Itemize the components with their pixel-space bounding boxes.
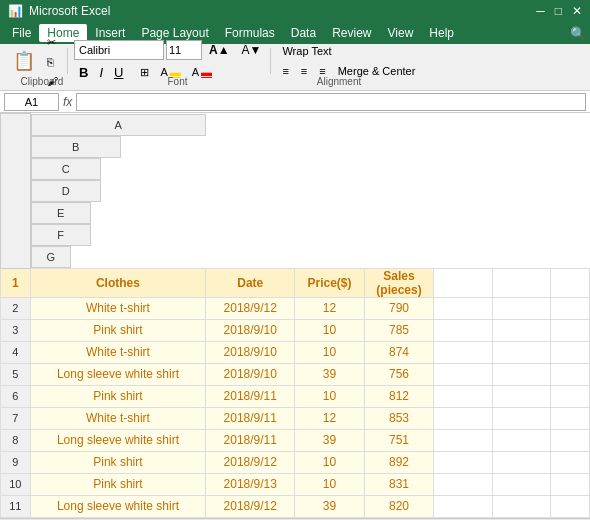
cell-e-8[interactable] [434, 429, 492, 451]
cell-f-6[interactable] [492, 385, 550, 407]
cell-a-4[interactable]: White t-shirt [30, 341, 206, 363]
header-date[interactable]: Date [206, 268, 295, 297]
cell-g-11[interactable] [550, 495, 589, 517]
cell-e-6[interactable] [434, 385, 492, 407]
header-f[interactable] [492, 268, 550, 297]
cut-button[interactable]: ✂ [42, 33, 63, 52]
formula-input[interactable] [76, 93, 586, 111]
maximize-icon[interactable]: □ [555, 4, 562, 18]
col-header-e[interactable]: E [31, 202, 91, 224]
paste-button[interactable]: 📋 [8, 49, 40, 73]
cell-b-11[interactable]: 2018/9/12 [206, 495, 295, 517]
cell-d-8[interactable]: 751 [364, 429, 433, 451]
cell-a-10[interactable]: Pink shirt [30, 473, 206, 495]
cell-c-4[interactable]: 10 [295, 341, 364, 363]
cell-f-11[interactable] [492, 495, 550, 517]
cell-g-10[interactable] [550, 473, 589, 495]
close-icon[interactable]: ✕ [572, 4, 582, 18]
col-header-g[interactable]: G [31, 246, 71, 268]
cell-f-5[interactable] [492, 363, 550, 385]
cell-b-7[interactable]: 2018/9/11 [206, 407, 295, 429]
cell-d-10[interactable]: 831 [364, 473, 433, 495]
cell-c-10[interactable]: 10 [295, 473, 364, 495]
cell-a-7[interactable]: White t-shirt [30, 407, 206, 429]
cell-g-2[interactable] [550, 297, 589, 319]
cell-f-3[interactable] [492, 319, 550, 341]
search-icon[interactable]: 🔍 [570, 26, 586, 41]
cell-e-2[interactable] [434, 297, 492, 319]
menu-view[interactable]: View [380, 24, 422, 42]
wrap-text-button[interactable]: Wrap Text [277, 42, 336, 60]
cell-f-7[interactable] [492, 407, 550, 429]
cell-e-5[interactable] [434, 363, 492, 385]
minimize-icon[interactable]: ─ [536, 4, 545, 18]
header-e[interactable] [434, 268, 492, 297]
cell-e-4[interactable] [434, 341, 492, 363]
cell-f-9[interactable] [492, 451, 550, 473]
cell-b-8[interactable]: 2018/9/11 [206, 429, 295, 451]
cell-f-4[interactable] [492, 341, 550, 363]
cell-d-11[interactable]: 820 [364, 495, 433, 517]
cell-c-2[interactable]: 12 [295, 297, 364, 319]
header-price[interactable]: Price($) [295, 268, 364, 297]
cell-d-7[interactable]: 853 [364, 407, 433, 429]
col-header-c[interactable]: C [31, 158, 101, 180]
cell-c-6[interactable]: 10 [295, 385, 364, 407]
cell-d-6[interactable]: 812 [364, 385, 433, 407]
copy-button[interactable]: ⎘ [42, 53, 63, 71]
cell-b-6[interactable]: 2018/9/11 [206, 385, 295, 407]
cell-f-2[interactable] [492, 297, 550, 319]
cell-g-6[interactable] [550, 385, 589, 407]
name-box[interactable] [4, 93, 59, 111]
cell-c-5[interactable]: 39 [295, 363, 364, 385]
cell-g-8[interactable] [550, 429, 589, 451]
cell-d-3[interactable]: 785 [364, 319, 433, 341]
cell-b-10[interactable]: 2018/9/13 [206, 473, 295, 495]
cell-a-3[interactable]: Pink shirt [30, 319, 206, 341]
col-header-a[interactable]: A [31, 114, 206, 136]
cell-b-5[interactable]: 2018/9/10 [206, 363, 295, 385]
cell-a-2[interactable]: White t-shirt [30, 297, 206, 319]
increase-font-button[interactable]: A▲ [204, 40, 235, 60]
decrease-font-button[interactable]: A▼ [237, 40, 267, 60]
cell-b-3[interactable]: 2018/9/10 [206, 319, 295, 341]
header-clothes[interactable]: Clothes [30, 268, 206, 297]
cell-d-5[interactable]: 756 [364, 363, 433, 385]
cell-e-11[interactable] [434, 495, 492, 517]
cell-g-5[interactable] [550, 363, 589, 385]
cell-c-11[interactable]: 39 [295, 495, 364, 517]
cell-a-6[interactable]: Pink shirt [30, 385, 206, 407]
font-name-input[interactable] [74, 40, 164, 60]
cell-c-8[interactable]: 39 [295, 429, 364, 451]
col-header-d[interactable]: D [31, 180, 101, 202]
cell-e-3[interactable] [434, 319, 492, 341]
cell-b-9[interactable]: 2018/9/12 [206, 451, 295, 473]
menu-review[interactable]: Review [324, 24, 379, 42]
cell-g-4[interactable] [550, 341, 589, 363]
cell-b-2[interactable]: 2018/9/12 [206, 297, 295, 319]
cell-g-3[interactable] [550, 319, 589, 341]
cell-f-10[interactable] [492, 473, 550, 495]
cell-d-4[interactable]: 874 [364, 341, 433, 363]
col-header-b[interactable]: B [31, 136, 121, 158]
menu-help[interactable]: Help [421, 24, 462, 42]
cell-a-9[interactable]: Pink shirt [30, 451, 206, 473]
cell-e-10[interactable] [434, 473, 492, 495]
cell-c-9[interactable]: 10 [295, 451, 364, 473]
cell-d-9[interactable]: 892 [364, 451, 433, 473]
cell-f-8[interactable] [492, 429, 550, 451]
cell-a-8[interactable]: Long sleeve white shirt [30, 429, 206, 451]
cell-g-7[interactable] [550, 407, 589, 429]
cell-g-9[interactable] [550, 451, 589, 473]
cell-e-9[interactable] [434, 451, 492, 473]
cell-a-11[interactable]: Long sleeve white shirt [30, 495, 206, 517]
col-header-f[interactable]: F [31, 224, 91, 246]
cell-a-5[interactable]: Long sleeve white shirt [30, 363, 206, 385]
header-g[interactable] [550, 268, 589, 297]
cell-d-2[interactable]: 790 [364, 297, 433, 319]
font-size-input[interactable] [166, 40, 202, 60]
cell-e-7[interactable] [434, 407, 492, 429]
cell-b-4[interactable]: 2018/9/10 [206, 341, 295, 363]
cell-c-7[interactable]: 12 [295, 407, 364, 429]
menu-data[interactable]: Data [283, 24, 324, 42]
